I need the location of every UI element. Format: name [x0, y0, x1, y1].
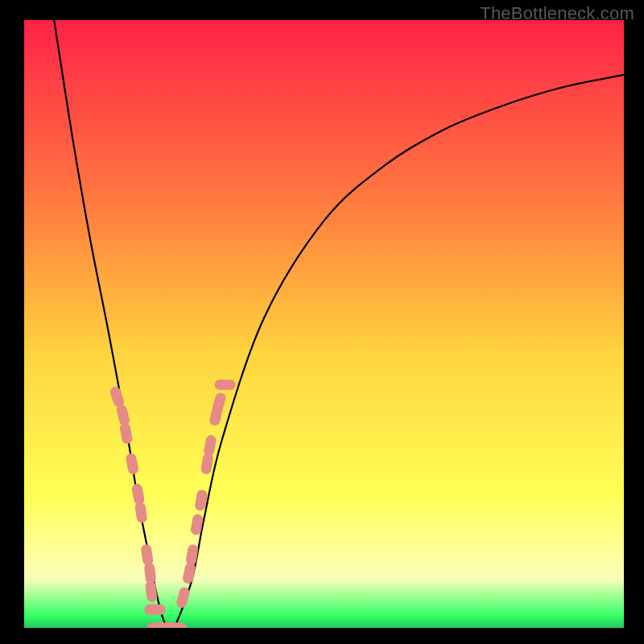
data-marker — [134, 502, 148, 524]
data-marker — [215, 380, 236, 390]
curve-layer — [24, 20, 624, 628]
data-marker — [175, 586, 191, 609]
marker-layer-bottom — [147, 623, 187, 629]
data-marker — [131, 483, 146, 506]
data-marker — [166, 623, 187, 629]
bottleneck-curve-path — [54, 20, 624, 628]
data-marker — [119, 422, 134, 444]
data-marker — [203, 435, 217, 457]
data-marker — [116, 404, 131, 427]
data-marker — [144, 605, 165, 615]
data-marker — [125, 452, 139, 475]
data-marker — [140, 544, 154, 567]
data-marker — [185, 544, 199, 567]
data-marker — [182, 562, 196, 584]
plot-area — [24, 20, 624, 628]
data-marker — [211, 391, 227, 415]
data-marker — [144, 562, 157, 584]
data-marker — [200, 452, 214, 475]
chart-frame: TheBottleneck.com — [0, 0, 644, 644]
bottleneck-curve — [54, 20, 624, 628]
data-marker — [145, 580, 158, 602]
marker-layer-right — [175, 380, 236, 609]
marker-layer-left — [109, 386, 165, 615]
